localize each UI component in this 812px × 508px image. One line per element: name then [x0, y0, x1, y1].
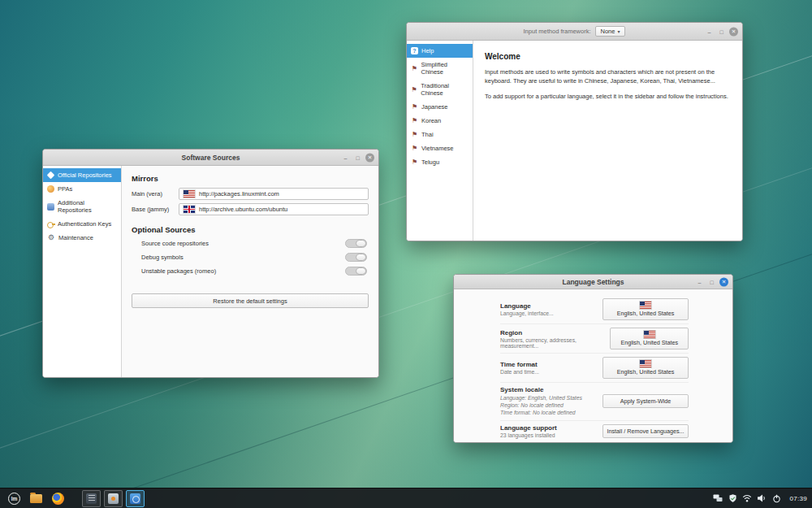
option-label: Source code repositories — [141, 240, 209, 247]
files-launcher[interactable] — [27, 490, 45, 507]
row-text: Language support 23 languages installed — [500, 424, 562, 438]
language-row: Language Language, interface... English,… — [500, 295, 689, 324]
maximize-button[interactable]: □ — [717, 27, 726, 36]
sidebar-item-label: Thai — [421, 131, 434, 138]
row-subtitle: Numbers, currency, addresses, measuremen… — [500, 337, 605, 349]
region-row: Region Numbers, currency, addresses, mea… — [500, 324, 689, 354]
sidebar-item-help[interactable]: Help — [407, 44, 473, 58]
minimize-button[interactable]: – — [705, 27, 714, 36]
sidebar-item-telugu[interactable]: Telugu — [407, 155, 473, 169]
taskbar-left: lm — [5, 488, 145, 508]
close-button[interactable]: ✕ — [719, 277, 728, 286]
sidebar-item-vietnamese[interactable]: Vietnamese — [407, 141, 473, 155]
window-title: Software Sources — [182, 154, 240, 162]
button-label: English, United States — [620, 339, 678, 346]
close-button[interactable]: ✕ — [729, 27, 738, 36]
region-select-button[interactable]: English, United States — [610, 328, 689, 350]
sidebar-item-thai[interactable]: Thai — [407, 128, 473, 141]
input-method-content: Welcome Input methods are used to write … — [473, 41, 742, 241]
sidebar-item-additional-repositories[interactable]: Additional Repositories — [43, 196, 121, 217]
sidebar-item-korean[interactable]: Korean — [407, 114, 473, 128]
software-sources-window: Software Sources – □ ✕ Official Reposito… — [42, 149, 379, 378]
row-text: Region Numbers, currency, addresses, mea… — [500, 329, 610, 349]
base-mirror-selector[interactable]: http://archive.ubuntu.com/ubuntu — [179, 203, 369, 215]
clock[interactable]: 07:39 — [789, 495, 807, 502]
additional-repos-icon — [47, 203, 54, 211]
taskbar-window-language-settings[interactable] — [126, 490, 145, 507]
toggle-knob — [356, 240, 366, 247]
mirror-row-main: Main (vera) http://packages.linuxmint.co… — [132, 188, 369, 200]
sidebar-item-authentication-keys[interactable]: Authentication Keys — [43, 217, 121, 231]
power-icon[interactable] — [771, 493, 782, 505]
source-code-toggle[interactable] — [345, 239, 367, 248]
language-support-row: Language support 23 languages installed … — [500, 421, 689, 441]
firefox-icon — [52, 493, 64, 505]
dropdown-value: None — [601, 28, 615, 35]
apply-system-wide-button[interactable]: Apply System-Wide — [603, 394, 689, 408]
input-method-titlebar[interactable]: Input method framework: None – □ ✕ — [407, 23, 742, 41]
key-icon — [47, 220, 54, 228]
network-icon[interactable] — [712, 493, 723, 505]
software-sources-icon — [108, 493, 119, 504]
sidebar-item-simplified-chinese[interactable]: Simplified Chinese — [407, 58, 473, 79]
minimize-button[interactable]: – — [695, 277, 704, 286]
repository-icon — [47, 172, 55, 180]
sidebar-item-ppas[interactable]: PPAs — [43, 182, 121, 196]
sidebar-item-japanese[interactable]: Japanese — [407, 100, 473, 114]
software-sources-sidebar: Official Repositories PPAs Additional Re… — [43, 166, 122, 377]
taskbar-tray: 07:39 — [712, 488, 807, 508]
restore-defaults-button[interactable]: Restore the default settings — [132, 293, 369, 308]
unstable-packages-toggle[interactable] — [345, 267, 367, 276]
update-shield-icon[interactable] — [727, 493, 738, 505]
row-subtitle: Language: English, United States Region:… — [500, 394, 582, 417]
menu-button[interactable]: lm — [5, 490, 24, 507]
language-select-button[interactable]: English, United States — [603, 298, 689, 320]
menu-label: lm — [11, 496, 18, 501]
row-title: Region — [500, 329, 605, 336]
main-mirror-selector[interactable]: http://packages.linuxmint.com — [179, 188, 369, 200]
maximize-button[interactable]: □ — [353, 153, 362, 162]
mirror-url: http://archive.ubuntu.com/ubuntu — [199, 206, 287, 213]
close-button[interactable]: ✕ — [365, 153, 374, 162]
wifi-icon[interactable] — [741, 493, 753, 505]
sidebar-item-traditional-chinese[interactable]: Traditional Chinese — [407, 79, 473, 100]
maximize-button[interactable]: □ — [707, 277, 716, 286]
sidebar-item-label: Additional Repositories — [58, 199, 117, 214]
option-row-unstable-packages: Unstable packages (romeo) — [132, 267, 369, 276]
locale-line-language: Language: English, United States — [500, 394, 582, 402]
sidebar-item-official-repositories[interactable]: Official Repositories — [43, 168, 121, 182]
sidebar-item-label: Maintenance — [58, 234, 93, 241]
install-remove-languages-button[interactable]: Install / Remove Languages... — [603, 424, 689, 438]
taskbar-window-input-method[interactable] — [82, 490, 101, 507]
sidebar-item-maintenance[interactable]: Maintenance — [43, 231, 121, 245]
row-text: System locale Language: English, United … — [500, 386, 587, 417]
mirror-url: http://packages.linuxmint.com — [199, 190, 279, 198]
sidebar-item-label: Korean — [421, 117, 441, 124]
input-method-framework-dropdown[interactable]: None — [595, 26, 626, 37]
minimize-button[interactable]: – — [341, 153, 350, 162]
software-sources-titlebar[interactable]: Software Sources – □ ✕ — [43, 150, 378, 166]
button-label: Install / Remove Languages... — [607, 428, 684, 435]
folder-icon — [30, 494, 42, 503]
window-controls: – □ ✕ — [695, 277, 728, 286]
row-title: Language — [500, 302, 554, 310]
uk-flag-icon — [184, 206, 195, 213]
taskbar-window-software-sources[interactable] — [104, 490, 123, 507]
system-locale-row: System locale Language: English, United … — [500, 383, 689, 421]
firefox-launcher[interactable] — [49, 490, 67, 507]
sidebar-item-label: Help — [421, 47, 434, 54]
flag-icon — [411, 158, 418, 166]
time-format-select-button[interactable]: English, United States — [603, 357, 689, 379]
option-row-source-code: Source code repositories — [132, 239, 369, 248]
flag-icon — [411, 145, 418, 152]
debug-symbols-toggle[interactable] — [345, 253, 367, 262]
row-subtitle: Language, interface... — [500, 310, 554, 316]
sidebar-item-label: Authentication Keys — [58, 220, 111, 228]
welcome-heading: Welcome — [485, 52, 731, 61]
language-settings-titlebar[interactable]: Language Settings – □ ✕ — [454, 275, 732, 289]
volume-icon[interactable] — [756, 493, 767, 505]
language-settings-icon — [130, 493, 140, 504]
flag-icon — [411, 131, 418, 138]
toggle-knob — [356, 267, 366, 275]
welcome-paragraph-2: To add support for a particular language… — [485, 93, 731, 102]
